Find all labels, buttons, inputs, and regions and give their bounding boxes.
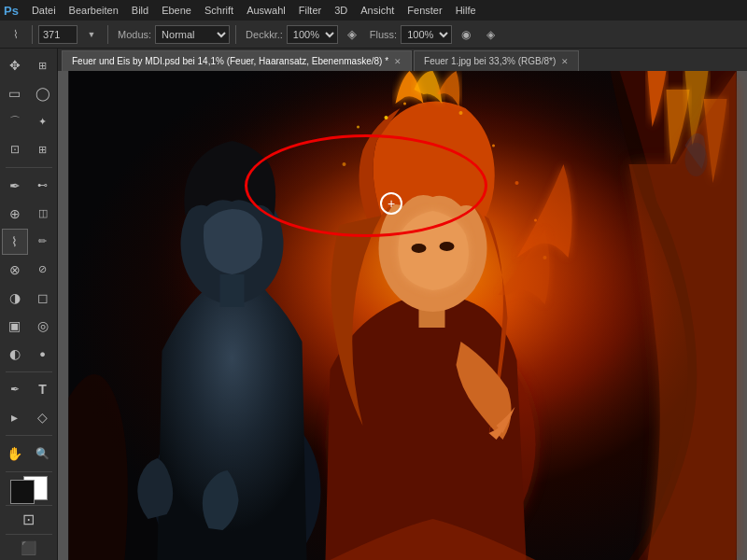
opacity-label: Deckkr.: (246, 29, 283, 40)
tool-group-gradient: ▣ ◎ (2, 313, 56, 339)
foreground-color[interactable] (10, 480, 35, 504)
flow-label: Fluss: (370, 29, 397, 40)
svg-point-11 (385, 116, 388, 119)
artboard-tool[interactable]: ⊞ (30, 52, 56, 78)
sep1 (32, 25, 33, 44)
slice-tool[interactable]: ⊞ (30, 136, 56, 162)
tab-feuer1-close[interactable]: ✕ (561, 57, 569, 66)
tool-group-lasso: ⌒ ✦ (2, 108, 56, 134)
sep-tools-1 (6, 167, 52, 168)
menu-hilfe[interactable]: Hilfe (450, 3, 482, 18)
tablet-flow-icon[interactable]: ◈ (480, 24, 500, 45)
svg-point-20 (685, 143, 708, 176)
svg-point-15 (515, 181, 519, 185)
tool-group-path: ▸ ◇ (2, 404, 56, 430)
tool-group-eyedropper: ✒ ⊷ (2, 173, 56, 199)
brush-tool-icon[interactable]: ⌇ (6, 24, 26, 45)
path-select-tool[interactable]: ▸ (2, 404, 28, 430)
pencil-tool[interactable]: ✏ (30, 229, 56, 255)
tool-group-pen: ✒ T (2, 376, 56, 402)
gradient-tool[interactable]: ▣ (2, 313, 28, 339)
tool-group-history: ◑ ◻ (2, 285, 56, 311)
tab-fire-ice-label: Feuer und Eis by MDI.psd bei 14,1% (Feue… (72, 56, 388, 66)
menu-ebene[interactable]: Ebene (156, 3, 197, 18)
svg-point-10 (440, 242, 455, 251)
ellipse-marquee-tool[interactable]: ◯ (30, 80, 56, 106)
svg-point-13 (459, 111, 463, 115)
menu-schrift[interactable]: Schrift (199, 3, 239, 18)
screen-mode-tool[interactable]: ⬛ (16, 539, 42, 556)
svg-point-12 (403, 103, 406, 105)
eraser-tool[interactable]: ◻ (30, 285, 56, 311)
shape-tool[interactable]: ◇ (30, 404, 56, 430)
options-toolbar: ⌇ ▼ Modus: Normal Multiplizieren Überlag… (0, 21, 747, 49)
svg-point-9 (412, 244, 427, 253)
rect-marquee-tool[interactable]: ▭ (2, 80, 28, 106)
clone-tool[interactable]: ⊗ (2, 257, 28, 283)
sep-tools-3 (6, 435, 52, 436)
pen-tool[interactable]: ✒ (2, 376, 28, 402)
zoom-tool[interactable]: 🔍 (30, 441, 56, 467)
text-tool[interactable]: T (30, 376, 56, 402)
menu-fenster[interactable]: Fenster (402, 3, 447, 18)
menu-auswahl[interactable]: Auswahl (241, 3, 291, 18)
move-tool[interactable]: ✥ (2, 52, 28, 78)
airbrush-icon[interactable]: ◈ (342, 24, 362, 45)
healing-tool[interactable]: ⊕ (2, 201, 28, 227)
sep-tools-6 (6, 534, 52, 535)
tab-feuer1[interactable]: Feuer 1.jpg bei 33,3% (RGB/8*) ✕ (414, 50, 579, 71)
brush-size-input[interactable] (38, 25, 78, 44)
svg-point-19 (343, 162, 346, 166)
quick-select-tool[interactable]: ✦ (30, 108, 56, 134)
canvas-artwork (58, 71, 747, 560)
tab-fire-ice-close[interactable]: ✕ (394, 57, 402, 66)
brush-tool[interactable]: ⌇ (2, 229, 28, 255)
menu-datei[interactable]: Datei (26, 3, 62, 18)
mode-label: Modus: (118, 29, 151, 40)
canvas-container[interactable]: + (58, 71, 747, 560)
menu-bar: Ps Datei Bearbeiten Bild Ebene Schrift A… (0, 0, 747, 21)
svg-point-14 (492, 145, 495, 147)
patch-tool[interactable]: ◫ (30, 201, 56, 227)
tool-group-clone: ⊗ ⊘ (2, 257, 56, 283)
document-tabs: Feuer und Eis by MDI.psd bei 14,1% (Feue… (58, 49, 747, 71)
blur-tool[interactable]: ◎ (30, 313, 56, 339)
hand-tool[interactable]: ✋ (2, 441, 28, 467)
eyedropper-tool[interactable]: ✒ (2, 173, 28, 199)
flow-select[interactable]: 100% 75% 50% (401, 25, 452, 44)
svg-point-16 (534, 219, 537, 222)
pattern-tool[interactable]: ⊘ (30, 257, 56, 283)
ruler-tool[interactable]: ⊷ (30, 173, 56, 199)
history-brush[interactable]: ◑ (2, 285, 28, 311)
sep-tools-5 (6, 505, 52, 506)
crop-tool[interactable]: ⊡ (2, 136, 28, 162)
sep2 (107, 25, 108, 44)
tablet-pressure-icon[interactable]: ◉ (456, 24, 476, 45)
svg-point-18 (357, 126, 359, 129)
opacity-select[interactable]: 100% 75% 50% (287, 25, 338, 44)
menu-filter[interactable]: Filter (293, 3, 327, 18)
main-area: ✥ ⊞ ▭ ◯ ⌒ ✦ ⊡ ⊞ ✒ ⊷ ⊕ ◫ ⌇ ✏ ⊗ ⊘ (0, 49, 747, 560)
menu-bild[interactable]: Bild (126, 3, 154, 18)
sep3 (235, 25, 236, 44)
tool-group-crop: ⊡ ⊞ (2, 136, 56, 162)
brush-picker-icon[interactable]: ▼ (81, 24, 102, 45)
menu-ansicht[interactable]: Ansicht (355, 3, 400, 18)
dodge-tool[interactable]: ◐ (2, 341, 28, 367)
lasso-tool[interactable]: ⌒ (2, 108, 28, 134)
blend-mode-select[interactable]: Normal Multiplizieren Überlagern (155, 25, 230, 44)
tab-fire-ice[interactable]: Feuer und Eis by MDI.psd bei 14,1% (Feue… (62, 50, 412, 71)
tool-group-select: ✥ ⊞ (2, 52, 56, 78)
menu-3d[interactable]: 3D (329, 3, 353, 18)
canvas-area: Feuer und Eis by MDI.psd bei 14,1% (Feue… (58, 49, 747, 560)
sep-tools-4 (6, 471, 52, 472)
menu-bearbeiten[interactable]: Bearbeiten (63, 3, 124, 18)
color-swatches[interactable] (10, 480, 48, 500)
tool-group-dodge: ◐ ● (2, 341, 56, 367)
tool-group-healing: ⊕ ◫ (2, 201, 56, 227)
burn-tool[interactable]: ● (30, 341, 56, 367)
tool-group-brush: ⌇ ✏ (2, 229, 56, 255)
sep-tools-2 (6, 371, 52, 372)
quick-mask-tool[interactable]: ⊡ (16, 510, 42, 529)
svg-rect-5 (220, 274, 245, 307)
